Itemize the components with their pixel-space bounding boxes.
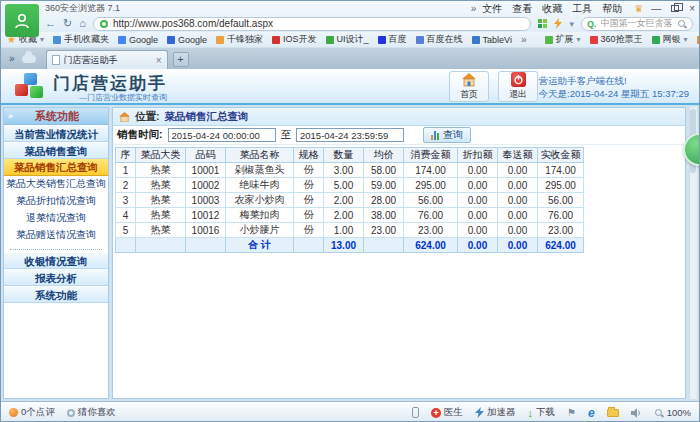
flag-button[interactable]: ⚑: [567, 407, 576, 418]
table-cell: 绝味牛肉: [226, 178, 294, 193]
tab-active[interactable]: 门店营运助手 ×: [46, 50, 168, 69]
mute-button[interactable]: [631, 408, 642, 418]
url-bar[interactable]: http://www.pos368.com/default.aspx: [93, 17, 532, 31]
exit-button-label: 退出: [509, 88, 527, 101]
vip-crown-icon[interactable]: ♛: [634, 3, 643, 14]
table-row: 3热菜10003农家小炒肉份2.0028.0056.000.000.0056.0…: [116, 193, 584, 208]
booster-button[interactable]: 加速器: [475, 406, 516, 419]
sidebar-item[interactable]: 菜品赠送情况查询: [4, 227, 108, 244]
menu-item[interactable]: 文件: [482, 2, 502, 16]
power-icon: [511, 72, 526, 87]
bookmark-item[interactable]: 百度在线: [416, 33, 463, 46]
toolbar-extension-icon: [652, 36, 660, 44]
sidebar: » 系统功能 当前营业情况统计菜品销售查询菜品销售汇总查询菜品大类销售汇总查询菜…: [3, 107, 109, 399]
table-cell: 10002: [186, 178, 226, 193]
tab-list-icon[interactable]: »: [9, 53, 15, 64]
menu-item[interactable]: 工具: [572, 2, 592, 16]
table-cell: 56.00: [404, 193, 458, 208]
bookmark-item[interactable]: TableVi: [472, 33, 512, 46]
back-icon[interactable]: ←: [45, 18, 56, 29]
sidebar-item[interactable]: 菜品销售查询: [4, 142, 108, 159]
bookmark-item[interactable]: UI设计_: [326, 33, 369, 46]
app-logo-icon: [15, 73, 45, 101]
sidebar-item[interactable]: 菜品销售汇总查询: [4, 159, 108, 176]
date-from-input[interactable]: [168, 128, 276, 142]
menu-overflow-icon[interactable]: »: [471, 3, 477, 14]
query-button[interactable]: 查询: [423, 127, 471, 143]
table-cell: 4: [116, 208, 136, 223]
sidebar-item[interactable]: 当前营业情况统计: [4, 125, 108, 142]
page-icon: [52, 55, 60, 65]
table-cell: 174.00: [538, 163, 584, 178]
bookmarks-overflow-icon[interactable]: »: [521, 34, 527, 45]
sidebar-item[interactable]: 系统功能: [4, 286, 108, 303]
bookmark-item[interactable]: Google: [167, 33, 207, 46]
sidebar-header-label[interactable]: 系统功能: [16, 109, 108, 124]
search-icon[interactable]: [677, 19, 687, 29]
toolbar-extension[interactable]: 翻译▾: [697, 33, 700, 46]
sidebar-item[interactable]: 退菜情况查询: [4, 210, 108, 227]
date-to-input[interactable]: [296, 128, 404, 142]
bookmark-item-icon: [118, 36, 126, 44]
chevron-down-icon[interactable]: ▾: [569, 19, 574, 29]
breadcrumb: 位置: 菜品销售汇总查询: [113, 108, 685, 126]
browser-window: 360安全浏览器 7.1 » 文件查看收藏工具帮助 ♛ — × ← ↻ ⌂ ht…: [0, 0, 700, 422]
minimize-icon[interactable]: —: [651, 5, 661, 13]
ie-mode-button[interactable]: e: [588, 406, 595, 420]
table-total-cell: 合 计: [226, 238, 294, 253]
sidebar-item[interactable]: 菜品大类销售汇总查询: [4, 176, 108, 193]
menu-item[interactable]: 帮助: [602, 2, 622, 16]
table-cell: 38.00: [364, 208, 404, 223]
downloads-folder-button[interactable]: [607, 409, 619, 417]
table-cell: 58.00: [364, 163, 404, 178]
tab-bar: » 门店营运助手 × +: [1, 48, 699, 69]
search-box[interactable]: Q. 中国第一女巨贪落网: [581, 17, 693, 31]
menu-item[interactable]: 收藏: [542, 2, 562, 16]
doctor-button[interactable]: + 医生: [431, 406, 463, 419]
toolbar-extension[interactable]: 360抢票王: [590, 33, 643, 46]
sidebar-item[interactable]: 报表分析: [4, 269, 108, 286]
tab-close-icon[interactable]: ×: [156, 55, 162, 66]
bookmark-item[interactable]: IOS开发: [272, 33, 317, 46]
user-avatar[interactable]: [5, 4, 39, 37]
table-cell: 0.00: [458, 208, 498, 223]
table-cell: 5.00: [324, 178, 364, 193]
bookmark-item[interactable]: Google: [118, 33, 158, 46]
apps-grid-icon[interactable]: [538, 19, 547, 28]
bookmark-item[interactable]: 千锋独家: [216, 33, 263, 46]
close-icon[interactable]: ×: [689, 5, 695, 13]
bookmark-item[interactable]: 手机收藏夹: [53, 33, 109, 46]
speed-bolt-icon[interactable]: [554, 18, 562, 29]
main-content: 位置: 菜品销售汇总查询 销售时间: 至 查询 序菜品大类品码菜品名称规格数量均…: [112, 107, 686, 399]
restore-icon[interactable]: [671, 5, 679, 12]
search-input[interactable]: 中国第一女巨贪落网: [601, 17, 673, 30]
home-icon[interactable]: ⌂: [79, 18, 86, 29]
mobile-button[interactable]: [412, 407, 419, 418]
table-cell: 0.00: [498, 163, 538, 178]
menu-item[interactable]: 查看: [512, 2, 532, 16]
sales-summary-table: 序菜品大类品码菜品名称规格数量均价消费金额折扣额奉送额实收金额 1热菜10001…: [115, 147, 584, 253]
cloud-sync-icon[interactable]: [22, 55, 36, 63]
download-label: 下载: [536, 406, 555, 419]
bookmark-item[interactable]: 百度: [378, 33, 407, 46]
exit-button[interactable]: 退出: [498, 71, 538, 102]
table-total-cell: [136, 238, 186, 253]
breadcrumb-value: 菜品销售汇总查询: [165, 110, 249, 124]
home-button[interactable]: 首页: [449, 71, 489, 102]
refresh-icon[interactable]: ↻: [63, 18, 72, 29]
toolbar-extension-label: 扩展: [556, 33, 574, 46]
chart-icon: [431, 131, 440, 140]
table-cell: 0.00: [458, 193, 498, 208]
download-button[interactable]: ↓ 下载: [528, 406, 556, 419]
site-reviews-button[interactable]: 0个点评: [9, 406, 55, 419]
collapse-icon[interactable]: »: [4, 111, 16, 121]
toolbar-extension[interactable]: 扩展▾: [545, 33, 581, 46]
sidebar-item[interactable]: 收银情况查询: [4, 252, 108, 269]
toolbar-extension-icon: [697, 36, 700, 44]
new-tab-button[interactable]: +: [173, 52, 189, 67]
zoom-control[interactable]: 100%: [654, 407, 691, 418]
toolbar-extension[interactable]: 网银▾: [652, 33, 688, 46]
sidebar-item[interactable]: 菜品折扣情况查询: [4, 193, 108, 210]
guess-you-like-button[interactable]: 猜你喜欢: [67, 406, 116, 419]
guess-label: 猜你喜欢: [78, 406, 116, 419]
